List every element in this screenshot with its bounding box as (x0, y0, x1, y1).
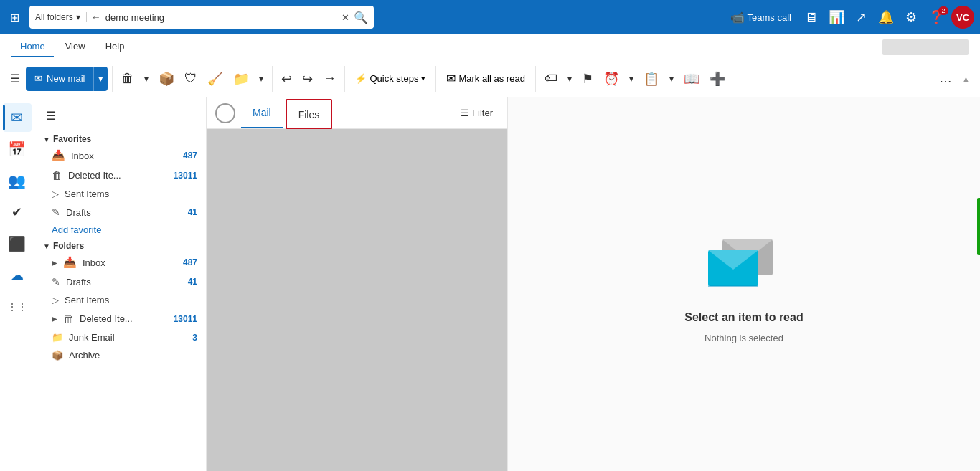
tab-home[interactable]: Home (11, 37, 54, 57)
tab-help[interactable]: Help (97, 37, 133, 57)
quick-steps-button[interactable]: ⚡ Quick steps ▾ (349, 70, 431, 87)
sidebar-item-tasks[interactable]: ✔ (3, 198, 32, 227)
folder-item-favorites-deleted[interactable]: 🗑 Deleted Ite... 13011 (34, 166, 206, 185)
folder-selector-label: All folders (35, 12, 73, 22)
tab-view[interactable]: View (57, 37, 94, 57)
folder-panel: ☰ ▼ Favorites 📥 Inbox 487 🗑 Deleted Ite.… (34, 97, 207, 471)
junk-icon: 📁 (52, 332, 63, 343)
filter-icon: ☰ (461, 108, 469, 118)
clear-icon[interactable]: ✕ (341, 12, 349, 23)
separator-4 (435, 66, 436, 92)
sidebar-item-apps[interactable]: ⋮⋮ (3, 292, 32, 321)
delete-button[interactable]: 🗑 (117, 68, 138, 89)
tag-button[interactable]: 🏷 (540, 68, 562, 89)
filter-button[interactable]: ☰ Filter (455, 105, 499, 121)
tag-dropdown-button[interactable]: ▾ (563, 71, 576, 87)
search-input[interactable] (105, 12, 337, 23)
waffle-menu-button[interactable]: ⊞ (6, 8, 24, 27)
rules-dropdown-button[interactable]: ▾ (665, 71, 678, 87)
folder-item-favorites-inbox[interactable]: 📥 Inbox 487 (34, 146, 206, 166)
junk-button[interactable]: 🛡 (180, 68, 202, 89)
immersive-reader-button[interactable]: 📖 (679, 68, 704, 90)
avatar[interactable]: VC (951, 6, 974, 29)
folders-section-header[interactable]: ▼ Folders (34, 238, 206, 252)
sidebar-item-onedrive[interactable]: ☁ (3, 261, 32, 290)
folder-item-junk[interactable]: 📁 Junk Email 3 (34, 328, 206, 346)
tag-icon: 🏷 (545, 71, 557, 86)
folder-item-sent[interactable]: ▷ Sent Items (34, 291, 206, 309)
help-button-badge: ❓ 2 (924, 6, 948, 28)
separator-3 (344, 66, 345, 92)
sweep-icon: 🧹 (207, 71, 223, 87)
drafts-count: 41 (188, 277, 197, 287)
folder-item-deleted[interactable]: ▶ 🗑 Deleted Ite... 13011 (34, 309, 206, 328)
hamburger-button[interactable]: ☰ (43, 106, 59, 125)
inbox-icon: 📥 (52, 149, 65, 162)
snooze-button[interactable]: ⏰ (599, 68, 623, 90)
favorites-section-header[interactable]: ▼ Favorites (34, 131, 206, 146)
add-favorite-button[interactable]: Add favorite (34, 222, 206, 238)
nothing-selected-text: Nothing is selected (705, 333, 783, 343)
settings-button[interactable]: ⚙ (901, 6, 921, 28)
separator-5 (535, 66, 536, 92)
expand-icon: ▶ (52, 259, 57, 267)
top-bar: ⊞ All folders ▾ ← ✕ 🔍 📹 Teams call 🖥 📊 ↗… (0, 0, 980, 34)
notifications-button[interactable]: 🔔 (874, 6, 898, 28)
rules-button[interactable]: 📋 (639, 68, 664, 90)
new-mail-dropdown-button[interactable]: ▾ (93, 67, 108, 91)
folder-label: Deleted Ite... (68, 170, 121, 181)
clock-icon: ⏰ (603, 71, 619, 87)
folder-item-drafts[interactable]: ✎ Drafts 41 (34, 272, 206, 291)
folder-item-favorites-sent[interactable]: ▷ Sent Items (34, 185, 206, 203)
present-button[interactable]: 🖥 (800, 7, 821, 28)
sidebar-item-teams[interactable]: ⬛ (3, 229, 32, 258)
share-button[interactable]: ↗ (852, 6, 871, 28)
sweep-button[interactable]: 🧹 (203, 68, 227, 90)
flag-icon: ⚑ (582, 71, 593, 87)
inbox-count: 487 (183, 257, 197, 267)
move-button[interactable]: 📁 (229, 68, 253, 90)
back-button[interactable]: ← (91, 11, 101, 23)
quick-steps-dropdown-icon: ▾ (421, 74, 425, 83)
deleted-icon: 🗑 (52, 169, 62, 181)
folder-selector[interactable]: All folders ▾ (35, 12, 87, 22)
rules-icon: 📋 (644, 71, 659, 87)
new-mail-button[interactable]: ✉ New mail (26, 67, 93, 91)
search-icon[interactable]: 🔍 (354, 11, 368, 24)
folder-label: Deleted Ite... (80, 313, 133, 324)
undo-button[interactable]: ↩ (277, 68, 296, 90)
delete-dropdown-button[interactable]: ▾ (140, 71, 153, 87)
select-all-button[interactable] (215, 103, 235, 123)
tab-files[interactable]: Files (286, 99, 333, 130)
add-ins-button[interactable]: ➕ (705, 68, 730, 90)
archive-icon: 📦 (52, 350, 63, 361)
snooze-dropdown-button[interactable]: ▾ (625, 71, 638, 87)
teams-call-button[interactable]: 📹 Teams call (725, 8, 797, 27)
mail-icon: ✉ (34, 73, 42, 84)
collapse-button[interactable]: ▲ (958, 72, 974, 86)
delete-icon: 🗑 (121, 71, 134, 86)
flag-button[interactable]: ⚑ (578, 68, 598, 90)
sidebar-item-mail[interactable]: ✉ (3, 103, 32, 132)
sidebar-item-calendar[interactable]: 📅 (3, 135, 32, 163)
folder-item-favorites-drafts[interactable]: ✎ Drafts 41 (34, 203, 206, 222)
mark-all-read-button[interactable]: ✉ Mark all as read (440, 69, 530, 88)
favorites-chevron-icon: ▼ (43, 135, 50, 143)
undo2-button[interactable]: ↪ (298, 68, 317, 90)
archive-button[interactable]: 📦 (154, 68, 179, 90)
collapse-ribbon-button[interactable]: ☰ (6, 69, 24, 88)
folder-item-archive[interactable]: 📦 Archive (34, 346, 206, 364)
sidebar-item-contacts[interactable]: 👥 (3, 166, 32, 195)
outlook-icon-button[interactable]: 📊 (824, 6, 849, 28)
more-options-button[interactable]: … (935, 68, 956, 89)
folders-label: Folders (53, 241, 84, 251)
folder-label: Inbox (71, 151, 94, 161)
redo-button[interactable]: → (319, 68, 340, 89)
folder-item-inbox[interactable]: ▶ 📥 Inbox 487 (34, 252, 206, 272)
tab-mail[interactable]: Mail (241, 97, 283, 128)
ribbon-bar: ☰ ✉ New mail ▾ 🗑 ▾ 📦 🛡 🧹 📁 ▾ ↩ ↪ → ⚡ Qui… (0, 60, 980, 97)
move-dropdown-button[interactable]: ▾ (255, 71, 268, 87)
teams-call-label: Teams call (748, 12, 791, 23)
video-icon: 📹 (730, 11, 745, 24)
reader-icon: 📖 (684, 71, 699, 87)
